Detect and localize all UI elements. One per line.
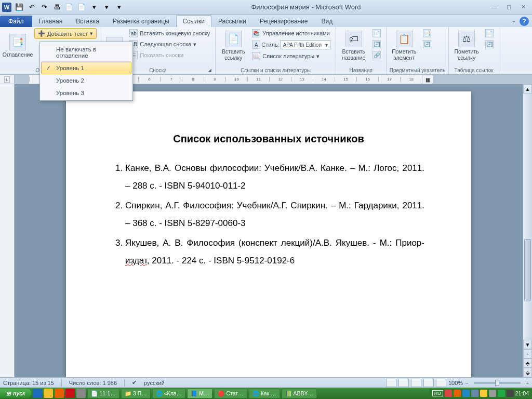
tab-вставка[interactable]: Вставка: [69, 15, 106, 27]
app-icon: 📘: [191, 390, 197, 397]
explorer-icon[interactable]: [44, 389, 53, 398]
undo-icon[interactable]: ↶: [26, 2, 37, 13]
scroll-up-icon[interactable]: ▲: [523, 84, 532, 94]
index-sub1[interactable]: 📑: [421, 28, 433, 38]
reference-item[interactable]: Якушев, А. В. Философия (конспект лекций…: [125, 234, 424, 270]
tab-разметка страницы[interactable]: Разметка страницы: [106, 15, 176, 27]
word-count-status[interactable]: Число слов: 1 986: [69, 380, 117, 386]
fullscreen-view-icon[interactable]: [398, 379, 409, 387]
tab-рассылки[interactable]: Рассылки: [211, 15, 253, 27]
taskbar-item[interactable]: 📄11-1…: [87, 389, 119, 398]
ie-icon[interactable]: [33, 389, 42, 398]
firefox-icon[interactable]: [55, 389, 64, 398]
mark-entry-button[interactable]: 📋 Пометить элемент: [390, 28, 419, 63]
taskbar-item[interactable]: 📘M…: [187, 389, 212, 398]
caption-sub3[interactable]: 🔗: [370, 50, 383, 60]
minimize-button[interactable]: —: [487, 3, 501, 12]
tray-icon[interactable]: [489, 390, 496, 397]
page-status[interactable]: Страница: 15 из 15: [3, 380, 54, 386]
print-layout-view-icon[interactable]: [386, 379, 396, 387]
reference-item[interactable]: Спиркин, А.Г. Философия: Учебник/А.Г. Сп…: [125, 197, 424, 232]
tab-вид[interactable]: Вид: [314, 15, 339, 27]
ruler-corner-icon[interactable]: L: [4, 76, 10, 83]
zoom-level[interactable]: 100%: [448, 380, 463, 386]
toc-button[interactable]: 📑 Оглавление: [3, 28, 32, 63]
tray-icon[interactable]: [471, 390, 478, 397]
qat-customize-icon[interactable]: ▾: [113, 2, 125, 13]
proofing-icon[interactable]: ✔: [132, 379, 137, 386]
qat-item-icon[interactable]: ▾: [88, 2, 100, 13]
ruler-toggle-icon[interactable]: ▦: [422, 75, 433, 84]
new-doc-icon[interactable]: 📄: [76, 2, 87, 13]
caption-sub2[interactable]: 🔄: [370, 39, 383, 49]
file-tab[interactable]: Файл: [0, 16, 32, 27]
print-icon[interactable]: 🖶: [51, 2, 62, 13]
tab-ссылки[interactable]: Ссылки: [176, 15, 211, 27]
zoom-in-icon[interactable]: +: [526, 380, 529, 386]
dropdown-item-level-2[interactable]: Уровень 2: [41, 74, 131, 87]
close-button[interactable]: ✕: [516, 3, 530, 12]
insert-citation-button[interactable]: 📄 Вставить ссылку: [219, 28, 248, 63]
dropdown-item-level-3[interactable]: Уровень 3: [41, 87, 131, 99]
quick-print-icon[interactable]: 📄: [63, 2, 75, 13]
taskbar-item[interactable]: 📗ABBY…: [282, 389, 317, 398]
vertical-scrollbar[interactable]: ▲ ▼ ◦ ⬘ ⬙: [523, 84, 532, 377]
toa-sub1[interactable]: 📄: [483, 28, 496, 38]
dropdown-item-level-0[interactable]: Не включать в оглавление: [41, 43, 131, 62]
redo-icon[interactable]: ↷: [38, 2, 50, 13]
tray-icon[interactable]: [480, 390, 487, 397]
dropdown-item-level-1[interactable]: ✓Уровень 1: [41, 62, 131, 74]
scroll-track[interactable]: [523, 94, 532, 340]
tray-icon[interactable]: [498, 390, 505, 397]
maximize-button[interactable]: ◻: [502, 3, 515, 12]
reference-item[interactable]: Канке, В.А. Основы философии: Учебник/В.…: [125, 159, 424, 195]
mark-citation-button[interactable]: ⚖ Пометить ссылку: [452, 28, 481, 63]
app-icon: 🌐: [156, 390, 163, 397]
add-text-button[interactable]: ➕ Добавить текст ▾: [34, 28, 97, 39]
document-viewport[interactable]: Список использованных источников Канке, …: [15, 84, 523, 377]
taskbar-item[interactable]: 📁3 П…: [121, 389, 151, 398]
language-status[interactable]: русский: [144, 380, 164, 386]
index-sub2[interactable]: 🔄: [421, 39, 433, 49]
taskbar-item[interactable]: 🌐«Кла…: [152, 389, 185, 398]
desktop-icon[interactable]: [76, 389, 86, 398]
outline-view-icon[interactable]: [423, 379, 434, 387]
object-browse-icon[interactable]: ◦: [523, 349, 532, 358]
bibliography-button[interactable]: 📖Список литературы ▾: [250, 51, 332, 61]
zoom-knob[interactable]: [495, 380, 499, 386]
tray-icon[interactable]: [507, 390, 514, 397]
toa-sub2[interactable]: 🔄: [483, 39, 496, 49]
help-icon[interactable]: ?: [520, 17, 529, 26]
start-button[interactable]: ⊞ пуск: [0, 389, 31, 398]
opera-icon[interactable]: [65, 389, 75, 398]
taskbar-item[interactable]: 🌐Как …: [249, 389, 280, 398]
next-page-icon[interactable]: ⬙: [523, 368, 532, 377]
insert-caption-button[interactable]: 🏷 Вставить название: [339, 28, 368, 63]
caption-sub1[interactable]: 📄: [370, 28, 383, 38]
prev-page-icon[interactable]: ⬘: [523, 358, 532, 368]
scroll-down-icon[interactable]: ▼: [523, 340, 532, 349]
lang-indicator[interactable]: RU: [432, 390, 443, 396]
next-footnote-button[interactable]: ABСледующая сноска ▾: [127, 39, 212, 49]
clock[interactable]: 21:04: [515, 390, 529, 396]
zoom-slider[interactable]: [474, 382, 521, 384]
insert-endnote-button[interactable]: abВставить концевую сноску: [127, 28, 212, 38]
tray-icon[interactable]: [462, 390, 470, 397]
vertical-ruler[interactable]: [0, 84, 15, 377]
scroll-thumb[interactable]: [524, 239, 531, 301]
tray-icon[interactable]: [454, 390, 461, 397]
draft-view-icon[interactable]: [436, 379, 446, 387]
taskbar-item[interactable]: 🔴Стат…: [214, 389, 247, 398]
save-icon[interactable]: 💾: [14, 2, 25, 13]
web-view-icon[interactable]: [411, 379, 421, 387]
citation-style-combo[interactable]: APA Fifth Edition▾: [281, 40, 330, 49]
page[interactable]: Список использованных источников Канке, …: [66, 91, 471, 377]
zoom-out-icon[interactable]: −: [465, 380, 468, 386]
dialog-launcher-icon[interactable]: ◢: [208, 68, 214, 74]
tab-рецензирование[interactable]: Рецензирование: [253, 15, 315, 27]
ribbon-minimize-icon[interactable]: ⌄: [511, 17, 516, 26]
qat-item-icon[interactable]: ▾: [101, 2, 112, 13]
tab-главная[interactable]: Главная: [32, 15, 70, 27]
manage-sources-button[interactable]: 📚Управление источниками: [250, 28, 332, 38]
tray-icon[interactable]: [445, 390, 452, 397]
